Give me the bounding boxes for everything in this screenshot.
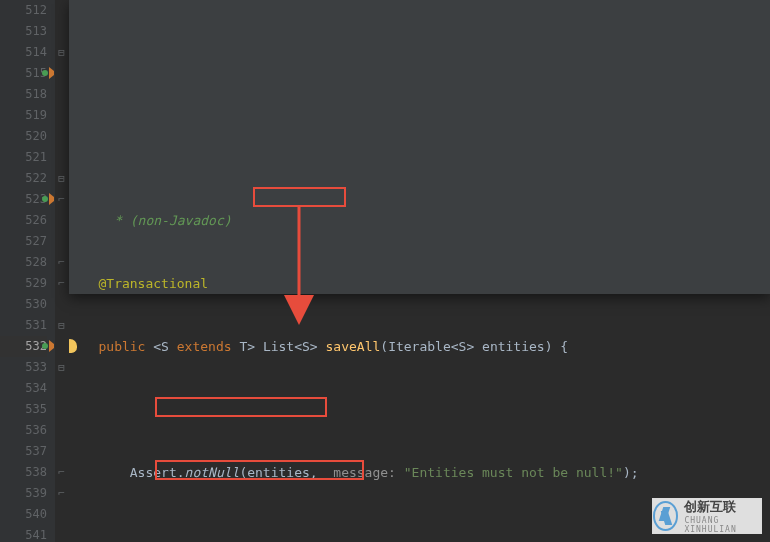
code-line: public <S extends T> List<S> saveAll(Ite… [75, 336, 770, 357]
line-number: 530 [0, 294, 47, 315]
fold-end-icon: ⌐ [55, 273, 68, 294]
line-number: 527 [0, 231, 47, 252]
code-line: @Transactional [75, 273, 770, 294]
line-number-gutter: 512 513 514 515 518 519 520 521 522 523 … [0, 0, 55, 542]
line-number: 535 [0, 399, 47, 420]
annotation-box [253, 187, 346, 207]
code-line [75, 399, 770, 420]
watermark-subtext: CHUANG XINHULIAN [684, 516, 761, 534]
fold-end-icon: ⌐ [55, 252, 68, 273]
fold-toggle-icon[interactable]: ⊟ [55, 168, 68, 189]
fold-end-icon: ⌐ [55, 483, 68, 504]
line-number: 519 [0, 105, 47, 126]
line-number: 512 [0, 0, 47, 21]
code-line: Assert.notNull(entities, message: "Entit… [75, 462, 770, 483]
override-marker-icon[interactable] [42, 67, 54, 79]
code-editor[interactable]: 512 513 514 515 518 519 520 521 522 523 … [0, 0, 770, 542]
override-marker-icon[interactable] [42, 193, 54, 205]
fold-end-icon: ⌐ [55, 189, 68, 210]
code-line: * (non-Javadoc) [75, 210, 770, 231]
background-code: untQuery(getC [664, 189, 766, 210]
fold-end-icon: ⌐ [55, 462, 68, 483]
line-number: 539 [0, 483, 47, 504]
line-number: 533 [0, 357, 47, 378]
line-number: 515 [0, 63, 47, 84]
watermark-icon [653, 501, 678, 531]
line-number: 538 [0, 462, 47, 483]
line-number: 536 [0, 420, 47, 441]
line-number: 514 [0, 42, 47, 63]
override-marker-icon[interactable] [42, 340, 54, 352]
fold-column: ⊟ ⊟ ⌐ ⌐ ⌐ ⊟ ⊟ ⌐ ⌐ [55, 0, 69, 542]
line-number: 523 [0, 189, 47, 210]
line-number: 521 [0, 147, 47, 168]
line-number: 531 [0, 315, 47, 336]
line-number: 540 [0, 504, 47, 525]
background-code: tor#count(org [664, 147, 766, 168]
line-number: 518 [0, 84, 47, 105]
fold-toggle-icon[interactable]: ⊟ [55, 315, 68, 336]
line-number: 520 [0, 126, 47, 147]
code-area[interactable]: ng.class).get tor#count(org untQuery(get… [69, 0, 770, 542]
line-number: 522 [0, 168, 47, 189]
line-number: 541 [0, 525, 47, 542]
line-number: 528 [0, 252, 47, 273]
fold-toggle-icon[interactable]: ⊟ [55, 357, 68, 378]
line-number: 529 [0, 273, 47, 294]
watermark-logo: 创新互联 CHUANG XINHULIAN [652, 498, 762, 534]
fold-toggle-icon[interactable]: ⊟ [55, 42, 68, 63]
line-number: 513 [0, 21, 47, 42]
background-code: ng.class).get [664, 63, 766, 84]
line-number: 534 [0, 378, 47, 399]
line-number: 526 [0, 210, 47, 231]
line-number: 537 [0, 441, 47, 462]
watermark-text: 创新互联 [684, 498, 761, 516]
line-number: 532 [0, 336, 47, 357]
